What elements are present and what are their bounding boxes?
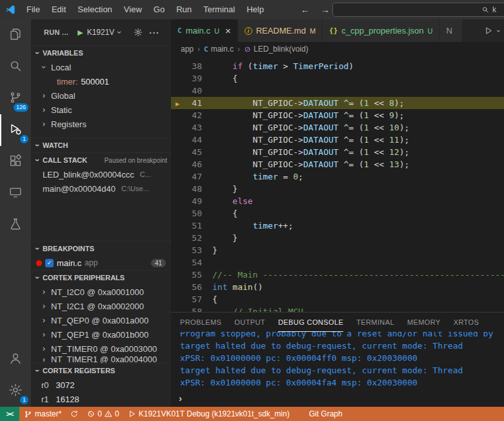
gear-icon[interactable] xyxy=(134,28,143,37)
tree-item-static[interactable]: ›Static xyxy=(31,103,171,117)
tree-item-nt-qep0-0xa001a000[interactable]: ›NT_QEP0 @ 0xa001a000 xyxy=(31,313,171,327)
breadcrumb-item-app[interactable]: app xyxy=(181,45,194,54)
breakpoint-gutter[interactable] xyxy=(171,207,184,220)
run-or-debug-button[interactable] xyxy=(485,26,493,35)
breakpoint-gutter[interactable] xyxy=(171,60,184,72)
breakpoint-gutter[interactable] xyxy=(171,220,184,232)
section-header-cortex-peripherals[interactable]: ›CORTEX PERIPHERALS xyxy=(31,271,171,285)
code-line-44[interactable]: 44 NT_GPIOC->DATAOUT ^= (1 << 11); xyxy=(171,134,504,146)
breakpoint-gutter[interactable] xyxy=(171,232,184,244)
section-header-cortex-registers[interactable]: ›CORTEX REGISTERS xyxy=(31,364,171,378)
register-r1[interactable]: r116128 xyxy=(31,392,171,406)
variable-timer[interactable]: timer:500001 xyxy=(31,74,171,88)
menu-selection[interactable]: Selection xyxy=(72,0,117,19)
menu-go[interactable]: Go xyxy=(148,0,170,19)
close-icon[interactable]: × xyxy=(225,26,231,36)
code-line-53[interactable]: 53} xyxy=(171,244,504,256)
breadcrumb-item-main-c[interactable]: Cmain.c xyxy=(204,45,234,54)
tree-item-nt-qep1-0xa001b000[interactable]: ›NT_QEP1 @ 0xa001b000 xyxy=(31,327,171,342)
tree-item-nt-timer0-0xa0003000[interactable]: ›NT_TIMER0 @ 0xa0003000 xyxy=(31,342,171,356)
tree-item-registers[interactable]: ›Registers xyxy=(31,117,171,131)
git-branch-status[interactable]: master* xyxy=(19,407,66,421)
debug-config-status[interactable]: K1921VK01T Debug (k1921vk01t_sdk_min) xyxy=(124,407,294,421)
code-line-48[interactable]: 48 } xyxy=(171,183,504,195)
code-line-57[interactable]: 57{ xyxy=(171,293,504,305)
code-line-50[interactable]: 50 { xyxy=(171,207,504,220)
activity-remote-explorer[interactable] xyxy=(0,178,31,209)
code-editor[interactable]: 38 if (timer > TimerPeriod)39 {40▶41 NT_… xyxy=(171,56,504,312)
code-line-47[interactable]: 47 timer = 0; xyxy=(171,170,504,183)
activity-extensions[interactable] xyxy=(0,146,31,178)
breakpoint-gutter[interactable] xyxy=(171,134,184,146)
activity-run-and-debug[interactable]: 1 xyxy=(0,114,31,146)
stack-frame-led-blink-0x00004ccc[interactable]: LED_blink@0x00004cccC... xyxy=(31,167,171,181)
code-line-42[interactable]: 42 NT_GPIOC->DATAOUT ^= (1 << 9); xyxy=(171,109,504,121)
code-line-40[interactable]: 40 xyxy=(171,85,504,97)
tab-n[interactable]: N xyxy=(440,19,462,42)
section-header-variables[interactable]: ›VARIABLES xyxy=(31,46,171,60)
stack-frame-main-0x00004d40[interactable]: main@0x00004d40C:\Use... xyxy=(31,181,171,196)
nav-forward-button[interactable]: → xyxy=(321,5,330,15)
code-line-43[interactable]: 43 NT_GPIOC->DATAOUT ^= (1 << 10); xyxy=(171,121,504,134)
code-line-39[interactable]: 39 { xyxy=(171,72,504,85)
more-actions-button[interactable]: ··· xyxy=(149,28,159,37)
panel-tab-terminal[interactable]: TERMINAL xyxy=(356,313,394,332)
code-line-51[interactable]: 51 timer++; xyxy=(171,220,504,232)
code-line-58[interactable]: 58 // Initial MCU xyxy=(171,305,504,312)
activity-explorer[interactable] xyxy=(0,19,31,51)
section-header-breakpoints[interactable]: ›BREAKPOINTS xyxy=(31,241,171,256)
breadcrumb-item-led-blink-void[interactable]: LED_blink(void) xyxy=(244,45,308,54)
tab-c-cpp-properties-json[interactable]: {}c_cpp_properties.jsonU xyxy=(323,19,439,42)
code-line-54[interactable]: 54 xyxy=(171,256,504,269)
menu-terminal[interactable]: Terminal xyxy=(197,0,241,19)
debug-console-input[interactable]: › xyxy=(171,392,504,406)
breakpoint-gutter[interactable] xyxy=(171,195,184,207)
nav-back-button[interactable]: ← xyxy=(301,5,310,15)
section-header-watch[interactable]: ›WATCH xyxy=(31,138,171,152)
tree-item-local[interactable]: ›Local xyxy=(31,60,171,74)
breakpoint-item[interactable]: ✓main.capp41 xyxy=(31,256,171,270)
section-header-call-stack[interactable]: ›CALL STACKPaused on breakpoint xyxy=(31,153,171,167)
breakpoint-gutter[interactable] xyxy=(171,170,184,183)
breakpoint-gutter[interactable] xyxy=(171,269,184,281)
tree-item-nt-i2c1-0xa0002000[interactable]: ›NT_I2C1 @ 0xa0002000 xyxy=(31,299,171,313)
breakpoint-gutter[interactable] xyxy=(171,183,184,195)
menu-help[interactable]: Help xyxy=(241,0,270,19)
breakpoint-gutter[interactable] xyxy=(171,293,184,305)
tree-item-global[interactable]: ›Global xyxy=(31,88,171,103)
tab-readme-md[interactable]: iREADME.mdM xyxy=(238,19,323,42)
breakpoint-gutter[interactable] xyxy=(171,85,184,97)
activity-accounts[interactable] xyxy=(0,344,31,375)
command-center-search[interactable]: k xyxy=(332,3,504,17)
panel-tab-debug-console[interactable]: DEBUG CONSOLE xyxy=(278,313,343,332)
panel-tab-problems[interactable]: PROBLEMS xyxy=(180,313,221,332)
code-line-41[interactable]: ▶41 NT_GPIOC->DATAOUT ^= (1 << 8); xyxy=(171,97,504,109)
problems-status[interactable]: 0 0 xyxy=(83,407,123,421)
code-line-49[interactable]: 49 else xyxy=(171,195,504,207)
menu-run[interactable]: Run xyxy=(170,0,197,19)
menu-edit[interactable]: Edit xyxy=(46,0,72,19)
register-r0[interactable]: r03072 xyxy=(31,378,171,392)
code-line-55[interactable]: 55//-- Main ----------------------------… xyxy=(171,269,504,281)
breakpoint-gutter[interactable] xyxy=(171,121,184,134)
menu-view[interactable]: View xyxy=(118,0,148,19)
activity-search[interactable] xyxy=(0,51,31,83)
breakpoint-gutter[interactable] xyxy=(171,305,184,312)
panel-tab-output[interactable]: OUTPUT xyxy=(234,313,265,332)
breakpoint-gutter[interactable] xyxy=(171,158,184,170)
git-graph-button[interactable]: Git Graph xyxy=(305,407,347,421)
breakpoint-gutter[interactable] xyxy=(171,72,184,85)
breakpoint-checkbox[interactable]: ✓ xyxy=(45,259,54,267)
tab-main-c[interactable]: Cmain.cU× xyxy=(171,19,238,42)
panel-tab-memory[interactable]: MEMORY xyxy=(407,313,441,332)
code-line-45[interactable]: 45 NT_GPIOC->DATAOUT ^= (1 << 12); xyxy=(171,146,504,158)
remote-indicator[interactable]: >< xyxy=(0,407,19,421)
menu-file[interactable]: File xyxy=(21,0,46,19)
activity-testing[interactable] xyxy=(0,209,31,241)
code-line-46[interactable]: 46 NT_GPIOC->DATAOUT ^= (1 << 13); xyxy=(171,158,504,170)
activity-source-control[interactable]: 126 xyxy=(0,83,31,114)
activity-settings[interactable]: 1 xyxy=(0,375,31,407)
code-line-52[interactable]: 52 } xyxy=(171,232,504,244)
breakpoint-gutter[interactable] xyxy=(171,146,184,158)
code-line-56[interactable]: 56int main() xyxy=(171,281,504,293)
